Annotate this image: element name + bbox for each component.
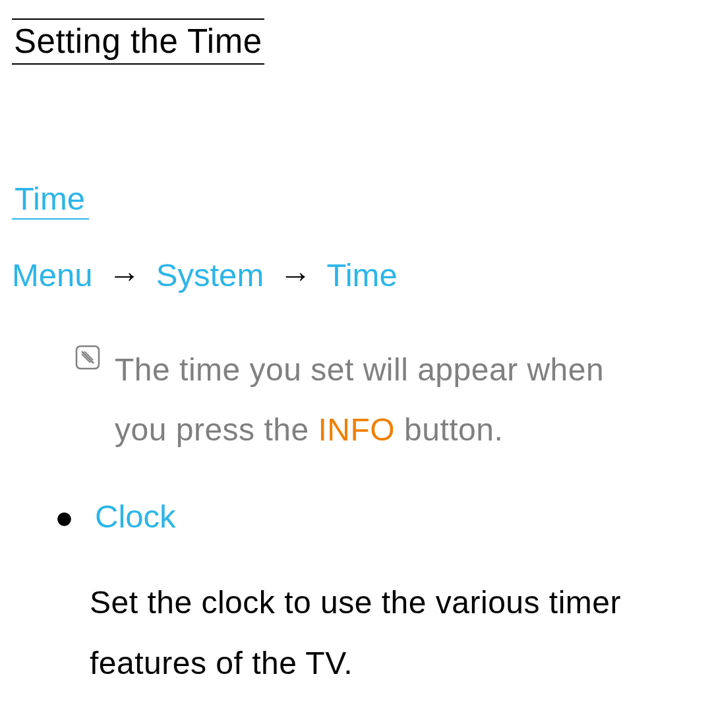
note-block: The time you set will appear when you pr… [75, 340, 700, 460]
note-icon [75, 345, 100, 370]
arrow-icon: → [108, 257, 140, 293]
section-heading-time: Time [12, 180, 89, 220]
breadcrumb-time: Time [327, 257, 398, 293]
body-text: Set the clock to use the various timer f… [90, 572, 700, 692]
breadcrumb-system: System [156, 257, 264, 293]
breadcrumb-menu: Menu [12, 257, 93, 293]
bullet-label-clock: Clock [95, 498, 176, 535]
breadcrumb: Menu → System → Time [12, 257, 700, 293]
arrow-icon: → [280, 257, 312, 293]
page-title: Setting the Time [12, 18, 264, 65]
list-item: ● Clock [55, 498, 700, 535]
note-post: button. [395, 412, 503, 447]
svg-line-1 [82, 351, 94, 363]
info-button-label: INFO [318, 412, 396, 447]
bullet-icon: ● [55, 499, 74, 535]
note-text: The time you set will appear when you pr… [115, 340, 661, 460]
